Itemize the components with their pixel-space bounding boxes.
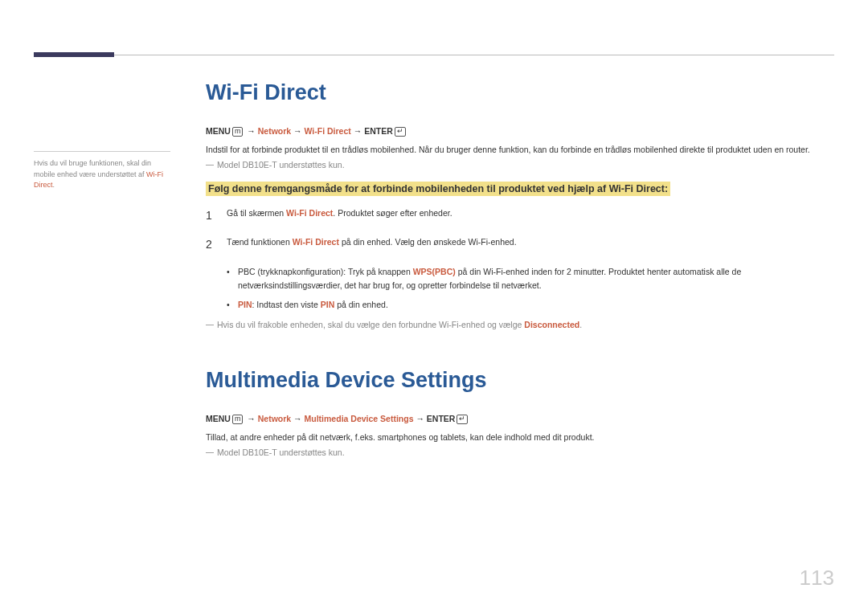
step-text: Tænd funktionen: [227, 237, 293, 247]
step-text: . Produktet søger efter enheder.: [333, 208, 452, 218]
path-arrow: →: [291, 414, 304, 423]
step-body: Tænd funktionen Wi-Fi Direct på din enhe…: [227, 235, 834, 253]
path-network: Network: [258, 414, 291, 423]
step-number: 2: [206, 235, 227, 253]
menu-icon: m: [232, 127, 244, 137]
path-arrow: →: [414, 414, 427, 423]
sidebar-note: Hvis du vil bruge funktionen, skal din m…: [34, 151, 170, 191]
section-desc: Indstil for at forbinde produktet til en…: [206, 143, 834, 157]
bullet-text: PBC (trykknapkonfiguration): Tryk på kna…: [238, 267, 413, 276]
step-text: Gå til skærmen: [227, 208, 286, 218]
note-highlight: Disconnected: [524, 320, 579, 329]
bullet-highlight: PIN: [238, 300, 252, 309]
step-text: på din enhed. Vælg den ønskede Wi-Fi-enh…: [339, 237, 517, 247]
sidebar-text-b: .: [53, 181, 55, 189]
step-number: 1: [206, 206, 227, 224]
bullet-text: : Indtast den viste: [252, 300, 321, 309]
step-highlight: Wi-Fi Direct: [286, 208, 333, 218]
step-body: Gå til skærmen Wi-Fi Direct. Produktet s…: [227, 206, 834, 224]
note-text: .: [579, 320, 582, 329]
header-rule: [34, 55, 834, 55]
enter-icon: ↵: [457, 415, 468, 424]
disconnect-note: Hvis du vil frakoble enheden, skal du væ…: [206, 320, 834, 329]
section-desc: Tillad, at andre enheder på dit netværk,…: [206, 431, 834, 444]
path-arrow: →: [351, 126, 364, 136]
sidebar-text-a: Hvis du vil bruge funktionen, skal din m…: [34, 159, 151, 178]
callout-wrap: Følg denne fremgangsmåde for at forbinde…: [206, 181, 834, 195]
path-arrow: →: [291, 126, 304, 136]
step-highlight: Wi-Fi Direct: [293, 237, 339, 247]
step-1: 1 Gå til skærmen Wi-Fi Direct. Produktet…: [206, 206, 834, 224]
section-title-multimedia: Multimedia Device Settings: [206, 368, 834, 393]
path-menu: MENU: [206, 414, 231, 423]
model-note: Model DB10E-T understøttes kun.: [206, 447, 834, 457]
bullet-text: på din enhed.: [334, 300, 388, 309]
model-note: Model DB10E-T understøttes kun.: [206, 160, 834, 170]
path-menu: MENU: [206, 126, 231, 136]
path-item: Wi-Fi Direct: [305, 126, 351, 136]
bullet-highlight: PIN: [321, 300, 335, 309]
procedure-callout: Følg denne fremgangsmåde for at forbinde…: [206, 182, 670, 196]
bullet-pin: PIN: Indtast den viste PIN på din enhed.: [227, 298, 834, 312]
bullet-highlight: WPS(PBC): [413, 267, 456, 276]
nav-path-multimedia: MENUm → Network → Multimedia Device Sett…: [206, 414, 834, 424]
bullet-list: PBC (trykknapkonfiguration): Tryk på kna…: [206, 265, 834, 312]
path-arrow: →: [244, 126, 257, 136]
path-arrow: →: [244, 414, 257, 423]
path-enter: ENTER: [364, 126, 393, 136]
path-network: Network: [258, 126, 291, 136]
enter-icon: ↵: [395, 127, 406, 137]
section-title-wifi: Wi-Fi Direct: [206, 80, 834, 105]
main-content: Wi-Fi Direct MENUm → Network → Wi-Fi Dir…: [206, 80, 834, 468]
path-enter: ENTER: [427, 414, 456, 423]
page-number: 113: [800, 566, 834, 591]
section-multimedia: Multimedia Device Settings MENUm → Netwo…: [206, 368, 834, 457]
bullet-pbc: PBC (trykknapkonfiguration): Tryk på kna…: [227, 265, 834, 292]
note-text: Hvis du vil frakoble enheden, skal du væ…: [217, 320, 524, 329]
path-item: Multimedia Device Settings: [305, 414, 414, 423]
nav-path-wifi: MENUm → Network → Wi-Fi Direct → ENTER↵: [206, 126, 834, 137]
step-2: 2 Tænd funktionen Wi-Fi Direct på din en…: [206, 235, 834, 253]
header-accent: [34, 52, 114, 57]
menu-icon: m: [232, 415, 244, 424]
